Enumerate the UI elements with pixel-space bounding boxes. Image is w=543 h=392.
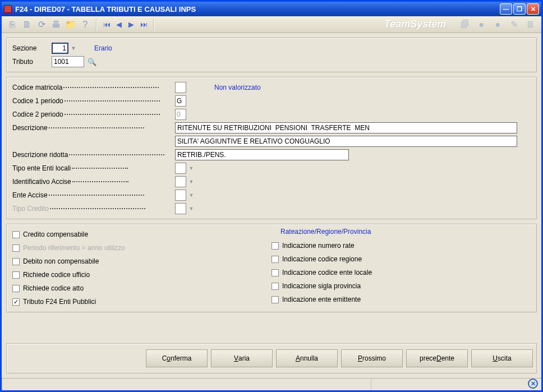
chevron-down-icon[interactable]: ▼ xyxy=(187,177,195,187)
brand-logo: TeamSystem xyxy=(384,19,446,30)
chevron-down-icon[interactable]: ▼ xyxy=(187,190,195,200)
prossimo-button[interactable]: Prossimo xyxy=(341,349,403,367)
rateazione-title: Rateazione/Regione/Provincia xyxy=(280,228,531,236)
indicazione-sigla-provincia-checkbox[interactable] xyxy=(272,283,279,290)
toolbar: ⎘ 🗎 ⟳ 🖶 📁 ? ⏮ ◀ ▶ ⏭ TeamSystem 🗐 ● ● ✎ 🗏 xyxy=(2,16,541,33)
codice-2-label: Codice 2 periodo xyxy=(12,110,175,118)
indicazione-codice-ente-locale-checkbox[interactable] xyxy=(272,269,279,276)
window-title: F24 - DIRED07 - TABELLA TRIBUTI E CAUSAL… xyxy=(15,5,500,13)
options-panel: Credito compensabile Periodo riferimento… xyxy=(6,224,537,312)
footer-panel: Conferma Varia Annulla Prossimo preceDen… xyxy=(6,343,537,373)
ente-accise-input[interactable] xyxy=(175,190,186,201)
richiede-codice-ufficio-checkbox[interactable] xyxy=(12,271,20,279)
minimize-button[interactable]: — xyxy=(500,3,512,15)
periodo-riferimento-label: Periodo riferimento = anno utilizzo xyxy=(23,244,125,252)
conferma-button[interactable]: Conferma xyxy=(146,349,208,367)
varia-button[interactable]: Varia xyxy=(211,349,273,367)
indicazione-ente-emittente-label: Indicazione ente emittente xyxy=(282,296,361,303)
chevron-down-icon: ▼ xyxy=(187,204,195,214)
credito-compensabile-checkbox[interactable] xyxy=(12,231,20,238)
credito-compensabile-label: Credito compensabile xyxy=(23,230,88,238)
descrizione-input-1[interactable] xyxy=(175,122,517,133)
codice-matricola-input[interactable] xyxy=(175,82,186,93)
periodo-riferimento-checkbox xyxy=(12,245,20,252)
fields-panel: Codice matricola Non valorizzato Codice … xyxy=(6,77,537,219)
prev-record-icon[interactable]: ◀ xyxy=(114,19,123,30)
header-panel: Sezione 1 ▼ Erario Tributo 🔍 xyxy=(6,38,537,72)
tipo-ente-label: Tipo ente Enti locali xyxy=(12,164,175,172)
id-accise-input[interactable] xyxy=(175,176,186,187)
toolbar-separator xyxy=(153,19,154,31)
extra-icon-5[interactable]: 🗏 xyxy=(525,19,536,30)
tipo-ente-input[interactable] xyxy=(175,163,186,174)
tributo-f24-label: Tributo F24 Enti Pubblici xyxy=(23,298,96,306)
richiede-codice-atto-checkbox[interactable] xyxy=(12,285,20,292)
richiede-codice-ufficio-label: Richiede codice ufficio xyxy=(23,271,90,279)
indicazione-codice-regione-label: Indicazione codice regione xyxy=(282,255,362,263)
status-cell: ✕ xyxy=(371,379,541,390)
descrizione-ridotta-label: Descrizione ridotta xyxy=(12,151,175,159)
tributo-input[interactable] xyxy=(52,56,84,67)
extra-icon-4[interactable]: ✎ xyxy=(509,19,520,30)
tipo-credito-label: Tipo Credito xyxy=(12,205,175,213)
maximize-button[interactable]: ❐ xyxy=(513,3,526,15)
status-close-icon[interactable]: ✕ xyxy=(528,379,538,389)
titlebar: F24 - DIRED07 - TABELLA TRIBUTI E CAUSAL… xyxy=(2,2,541,16)
help-icon[interactable]: ? xyxy=(80,19,91,30)
descrizione-input-2[interactable] xyxy=(175,136,517,147)
ente-accise-label: Ente Accise xyxy=(12,191,175,199)
extra-icon-1[interactable]: 🗐 xyxy=(459,19,471,30)
document-icon[interactable]: 🗎 xyxy=(21,19,33,30)
chevron-down-icon[interactable]: ▼ xyxy=(187,163,195,173)
first-record-icon[interactable]: ⏮ xyxy=(102,19,111,30)
tipo-credito-input xyxy=(175,203,186,214)
statusbar: ✕ xyxy=(2,378,541,390)
next-record-icon[interactable]: ▶ xyxy=(127,19,136,30)
extra-icon-3[interactable]: ● xyxy=(492,19,503,30)
toolbar-separator xyxy=(96,19,97,31)
indicazione-numero-rate-label: Indicazione numero rate xyxy=(282,242,355,250)
status-cell xyxy=(2,379,371,390)
search-icon[interactable]: 🔍 xyxy=(88,58,96,66)
indicazione-sigla-provincia-label: Indicazione sigla provincia xyxy=(282,282,361,290)
precedente-button[interactable]: preceDente xyxy=(406,349,468,367)
sezione-desc: Erario xyxy=(94,44,112,52)
indicazione-ente-emittente-checkbox[interactable] xyxy=(272,296,279,303)
codice-1-label: Codice 1 periodo xyxy=(12,97,175,105)
folder-icon[interactable]: 📁 xyxy=(65,19,76,30)
last-record-icon[interactable]: ⏭ xyxy=(139,19,148,30)
tributo-label: Tributo xyxy=(12,58,52,66)
extra-icon-2[interactable]: ● xyxy=(476,19,487,30)
descrizione-ridotta-input[interactable] xyxy=(175,149,349,160)
codice-2-input[interactable]: 0 xyxy=(175,109,186,120)
codice-1-input[interactable]: G xyxy=(175,95,186,107)
descrizione-label: Descrizione xyxy=(12,124,175,132)
debito-non-compensabile-label: Debito non compensabile xyxy=(23,257,99,265)
id-accise-label: Identificativo Accise xyxy=(12,178,175,186)
close-button[interactable]: ✕ xyxy=(527,3,539,15)
richiede-codice-atto-label: Richiede codice atto xyxy=(23,284,84,292)
sezione-input[interactable]: 1 xyxy=(52,43,68,54)
tributo-f24-checkbox[interactable] xyxy=(12,298,20,306)
refresh-icon[interactable]: ⟳ xyxy=(36,19,47,30)
uscita-button[interactable]: Uscita xyxy=(471,349,533,367)
indicazione-codice-regione-checkbox[interactable] xyxy=(272,256,279,263)
annulla-button[interactable]: Annulla xyxy=(276,349,338,367)
non-valorizzato-label: Non valorizzato xyxy=(214,84,261,91)
sezione-label: Sezione xyxy=(12,44,52,52)
codice-matricola-label: Codice matricola xyxy=(12,84,175,91)
indicazione-codice-ente-locale-label: Indicazione codice ente locale xyxy=(282,269,372,276)
app-icon xyxy=(4,5,12,13)
debito-non-compensabile-checkbox[interactable] xyxy=(12,258,20,265)
indicazione-numero-rate-checkbox[interactable] xyxy=(272,242,279,250)
print-icon[interactable]: 🖶 xyxy=(50,19,62,30)
chevron-down-icon[interactable]: ▼ xyxy=(70,43,77,53)
export-icon[interactable]: ⎘ xyxy=(7,19,18,30)
